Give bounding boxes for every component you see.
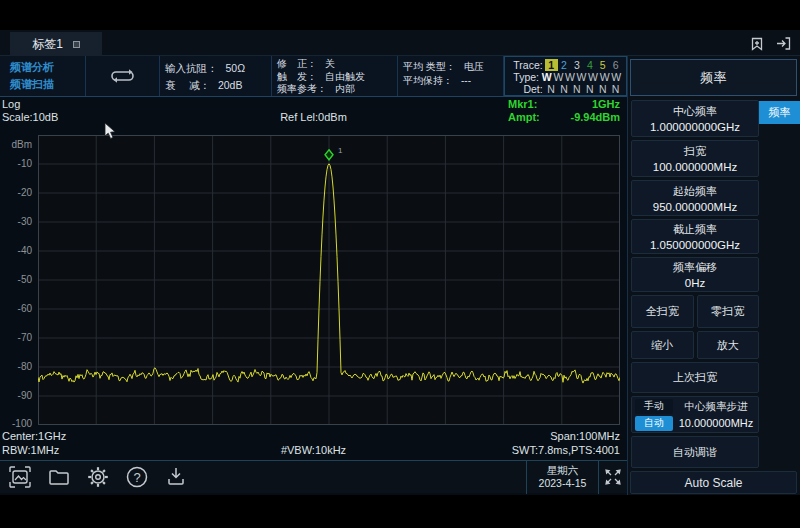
type-w1: W xyxy=(553,71,565,83)
freqref-label: 频率参考： xyxy=(277,83,327,96)
settings-bar: 频谱分析 频谱扫描 输入抗阻： 50Ω 衰 减： 20dB 修 正： 关 触 发… xyxy=(0,56,627,97)
y-tick-30: -30 xyxy=(18,216,32,227)
average-section[interactable]: 平均 类型： 电压 平均保持： --- xyxy=(398,56,504,96)
trace-table[interactable]: Trace: 1 2 3 4 5 6 Type: W W W W W W W D… xyxy=(504,56,627,96)
zoom-in-button[interactable]: 缩小 xyxy=(631,331,694,359)
avg-type-label: 平均 类型： xyxy=(403,60,456,74)
start-frequency-button[interactable]: 起始频率 950.000000MHz xyxy=(631,180,759,216)
svg-text:1: 1 xyxy=(338,146,343,155)
screen: 标签1 频谱分析 频谱扫描 输入抗阻： xyxy=(0,0,800,528)
span-label: Span:100MHz xyxy=(0,430,620,442)
y-tick-40: -40 xyxy=(18,245,32,256)
svg-text:?: ? xyxy=(133,470,140,485)
tab-title: 标签1 xyxy=(32,36,63,53)
zoom-out-button[interactable]: 放大 xyxy=(697,331,760,359)
exit-icon[interactable] xyxy=(775,35,792,52)
avg-hold-value: --- xyxy=(461,74,471,88)
active-function-tag: 频率 xyxy=(758,101,800,124)
trace-4[interactable]: 4 xyxy=(583,59,596,71)
date-label: 2023-4-15 xyxy=(539,477,587,490)
auto-tune-button[interactable]: 自动调谐 xyxy=(631,436,759,468)
trace-3[interactable]: 3 xyxy=(570,59,583,71)
trace-5[interactable]: 5 xyxy=(596,59,609,71)
start-frequency-value: 950.000000MHz xyxy=(653,201,737,213)
marker-freq: 1GHz xyxy=(592,98,620,111)
continuous-sweep-icon xyxy=(107,66,139,86)
trace-2[interactable]: 2 xyxy=(558,59,571,71)
trigger-section[interactable]: 修 正： 关 触 发： 自由触发 频率参考： 内部 xyxy=(272,56,398,96)
det-n4: N xyxy=(583,83,596,95)
center-frequency-button[interactable]: 中心频率 1.000000000GHz xyxy=(631,100,759,137)
det-n3: N xyxy=(570,83,583,95)
atten-value: 20dB xyxy=(218,77,243,94)
tab-bar: 标签1 xyxy=(0,30,800,56)
span-button[interactable]: 扫宽 100.000000MHz xyxy=(631,140,759,177)
mode-section[interactable]: 频谱分析 频谱扫描 xyxy=(0,56,86,96)
manual-toggle[interactable]: 手动 xyxy=(635,399,673,414)
y-tick-10: -10 xyxy=(18,158,32,169)
type-w0: W xyxy=(541,71,553,83)
frequency-offset-value: 0Hz xyxy=(685,277,705,289)
tab-label1[interactable]: 标签1 xyxy=(10,32,102,56)
y-unit: dBm xyxy=(11,139,32,150)
cf-step-label: 中心频率步进 xyxy=(685,400,748,414)
ampt-label: Ampt: xyxy=(508,111,540,124)
zero-span-button[interactable]: 零扫宽 xyxy=(697,295,760,328)
marker-readout: Mkr1: 1GHz Ampt: -9.94dBm xyxy=(508,98,620,124)
avg-hold-label: 平均保持： xyxy=(403,74,453,88)
mode-line1: 频谱分析 xyxy=(10,59,80,76)
folder-icon[interactable] xyxy=(47,465,71,489)
y-tick-90: -90 xyxy=(18,390,32,401)
trigger-label: 触 发： xyxy=(277,71,317,84)
spectrum-display: 1 xyxy=(38,135,620,425)
analyzer-window: 标签1 频谱分析 频谱扫描 输入抗阻： xyxy=(0,30,800,495)
y-tick-60: -60 xyxy=(18,303,32,314)
type-w5: W xyxy=(599,71,611,83)
trace-1[interactable]: 1 xyxy=(545,59,558,71)
y-tick-80: -80 xyxy=(18,361,32,372)
center-frequency-label: 中心频率 xyxy=(673,104,717,119)
frequency-offset-button[interactable]: 频率偏移 0Hz xyxy=(631,257,759,292)
impedance-section[interactable]: 输入抗阻： 50Ω 衰 减： 20dB xyxy=(160,56,272,96)
resize-arrows-button[interactable] xyxy=(598,461,627,494)
screenshot-icon[interactable] xyxy=(8,465,32,489)
auto-toggle[interactable]: 自动 xyxy=(635,416,673,431)
stop-frequency-button[interactable]: 截止频率 1.050000000GHz xyxy=(631,219,759,254)
download-icon[interactable] xyxy=(164,465,188,489)
auto-scale-label: Auto Scale xyxy=(684,476,742,490)
last-span-button[interactable]: 上次扫宽 xyxy=(631,362,759,393)
det-n6: N xyxy=(609,83,622,95)
last-span-label: 上次扫宽 xyxy=(673,370,717,385)
marker-name: Mkr1: xyxy=(508,98,537,111)
marker-1-diamond xyxy=(325,150,333,160)
correction-label: 修 正： xyxy=(277,58,317,71)
add-bookmark-icon[interactable] xyxy=(749,35,765,52)
swt-pts-label: SWT:7.8ms,PTS:4001 xyxy=(0,444,620,456)
type-w2: W xyxy=(564,71,576,83)
full-span-button[interactable]: 全扫宽 xyxy=(631,295,694,328)
impedance-value: 50Ω xyxy=(226,60,246,77)
settings-gear-icon[interactable] xyxy=(86,465,110,489)
span-label-btn: 扫宽 xyxy=(684,144,706,159)
stop-frequency-label: 截止频率 xyxy=(673,222,717,237)
close-tab-icon[interactable] xyxy=(73,41,80,48)
det-n1: N xyxy=(545,83,558,95)
frequency-offset-label: 频率偏移 xyxy=(673,260,717,275)
trigger-value: 自由触发 xyxy=(325,71,365,84)
sweep-mode-section[interactable] xyxy=(86,56,160,96)
type-w6: W xyxy=(610,71,622,83)
trace-6[interactable]: 6 xyxy=(609,59,622,71)
panel-header: 频率 xyxy=(630,59,797,96)
frequency-menu: 中心频率 1.000000000GHz 扫宽 100.000000MHz 起始频… xyxy=(631,100,759,494)
correction-value: 关 xyxy=(325,58,335,71)
date-display[interactable]: 星期六 2023-4-15 xyxy=(526,461,598,494)
right-panel: 频率 频率 中心频率 1.000000000GHz 扫宽 100.000000M… xyxy=(627,56,800,495)
ampt-value: -9.94dBm xyxy=(570,111,620,124)
cf-step-button[interactable]: 手动 自动 中心频率步进 10.000000MHz xyxy=(631,396,759,433)
det-n5: N xyxy=(596,83,609,95)
auto-tune-label: 自动调谐 xyxy=(673,445,717,460)
y-tick-50: -50 xyxy=(18,274,32,285)
y-tick-20: -20 xyxy=(18,187,32,198)
auto-scale-button[interactable]: Auto Scale xyxy=(630,471,797,494)
help-icon[interactable]: ? xyxy=(125,465,149,489)
